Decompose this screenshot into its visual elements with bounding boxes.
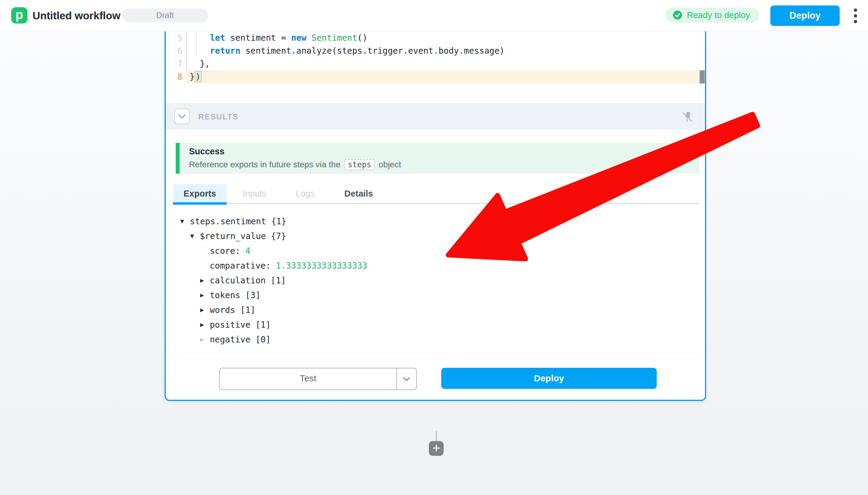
- tree-key: score:: [210, 243, 240, 258]
- tab-exports[interactable]: Exports: [173, 184, 227, 203]
- tree-collapse-icon[interactable]: ▼: [180, 214, 190, 229]
- success-banner: Success Reference exports in future step…: [176, 143, 699, 174]
- line-number: 6: [166, 44, 183, 57]
- active-tab-underline: [173, 202, 227, 205]
- tree-row[interactable]: ▶tokens [3]: [166, 288, 705, 303]
- chevron-down-icon: [178, 114, 186, 118]
- tab-inputs[interactable]: Inputs: [235, 184, 274, 203]
- test-options-button[interactable]: [396, 369, 416, 390]
- tree-value: 4: [240, 243, 250, 258]
- code-editor[interactable]: 5 let sentiment = new Sentiment()6 retur…: [166, 31, 705, 103]
- success-title: Success: [189, 147, 225, 156]
- top-navbar: p Untitled workflow Draft Ready to deplo…: [0, 0, 868, 31]
- tree-key: steps.sentiment {1}: [190, 214, 286, 229]
- draft-status-badge: Draft: [122, 8, 208, 22]
- deploy-button[interactable]: Deploy: [770, 5, 840, 26]
- tab-logs[interactable]: Logs: [286, 184, 324, 203]
- steps-object-chip: steps: [344, 159, 375, 170]
- check-circle-icon: [673, 10, 682, 20]
- tree-expand-icon[interactable]: ▶: [200, 303, 210, 318]
- tree-row: score: 4: [166, 243, 705, 258]
- editor-scrollbar-thumb[interactable]: [699, 70, 705, 84]
- tree-key: comparative:: [210, 258, 271, 273]
- code-text: }): [190, 70, 201, 83]
- tree-expand-icon[interactable]: ▶: [200, 332, 210, 347]
- deploy-step-button[interactable]: Deploy: [441, 368, 657, 389]
- workflow-canvas: 5 let sentiment = new Sentiment()6 retur…: [0, 31, 868, 495]
- tree-spacer: [200, 243, 210, 258]
- success-banner-accent: [176, 143, 180, 174]
- tree-row[interactable]: ▶calculation [1]: [166, 273, 705, 288]
- pin-slash-icon[interactable]: [681, 110, 694, 123]
- workflow-title[interactable]: Untitled workflow: [33, 0, 121, 31]
- results-label: RESULTS: [198, 104, 238, 130]
- exports-tree: ▼steps.sentiment {1}▼$return_value {7}sc…: [166, 214, 705, 347]
- tree-spacer: [200, 258, 210, 273]
- success-desc-suffix: object: [379, 160, 401, 169]
- success-description: Reference exports in future steps via th…: [189, 159, 401, 170]
- tab-details[interactable]: Details: [337, 184, 380, 203]
- code-line[interactable]: 6 return sentiment.analyze(steps.trigger…: [166, 44, 705, 57]
- tree-key: positive [1]: [210, 318, 271, 332]
- code-text: },: [190, 57, 210, 70]
- code-line[interactable]: 7 },: [166, 57, 705, 70]
- results-header-bar: RESULTS: [166, 104, 705, 130]
- ready-to-deploy-label: Ready to deploy: [687, 10, 750, 20]
- tree-key: tokens [3]: [210, 288, 261, 303]
- collapse-results-button[interactable]: [174, 108, 190, 124]
- tree-key: words [1]: [210, 303, 256, 318]
- tree-key: calculation [1]: [210, 273, 286, 288]
- active-line-highlight: [186, 70, 698, 83]
- tree-expand-icon[interactable]: ▶: [200, 318, 210, 332]
- test-button-label: Test: [220, 369, 396, 390]
- code-line[interactable]: 8}): [166, 70, 705, 83]
- line-number: 8: [166, 70, 183, 83]
- line-number: 7: [166, 57, 183, 70]
- chevron-down-icon: [403, 377, 410, 381]
- editor-scrollbar-track: [698, 31, 698, 103]
- code-line[interactable]: 5 let sentiment = new Sentiment(): [166, 31, 705, 44]
- tree-row[interactable]: ▼steps.sentiment {1}: [166, 214, 705, 229]
- tree-row: comparative: 1.3333333333333333: [166, 258, 705, 273]
- success-desc-prefix: Reference exports in future steps via th…: [189, 160, 341, 169]
- tree-value: 1.3333333333333333: [271, 258, 367, 273]
- ready-to-deploy-badge: Ready to deploy: [665, 7, 759, 23]
- code-text: return sentiment.analyze(steps.trigger.e…: [190, 44, 505, 57]
- test-button[interactable]: Test: [219, 368, 417, 390]
- pipedream-logo-icon[interactable]: p: [11, 7, 28, 23]
- tree-expand-icon[interactable]: ▶: [200, 288, 210, 303]
- tree-row[interactable]: ▶words [1]: [166, 303, 705, 318]
- code-step-panel: 5 let sentiment = new Sentiment()6 retur…: [164, 31, 706, 401]
- footer-divider: [166, 359, 705, 359]
- app-root: p Untitled workflow Draft Ready to deplo…: [0, 0, 868, 495]
- tree-expand-icon[interactable]: ▶: [200, 273, 210, 288]
- tab-track-line: [173, 203, 699, 204]
- kebab-menu-icon[interactable]: [849, 5, 861, 26]
- results-tabs: ExportsInputsLogsDetails: [166, 184, 705, 205]
- tree-row[interactable]: ▶negative [0]: [166, 332, 705, 347]
- tree-key: $return_value {7}: [200, 229, 286, 243]
- add-step-button[interactable]: +: [429, 441, 444, 456]
- line-number: 5: [166, 31, 183, 44]
- tree-row[interactable]: ▼$return_value {7}: [166, 229, 705, 243]
- tree-collapse-icon[interactable]: ▼: [190, 229, 200, 243]
- code-text: let sentiment = new Sentiment(): [190, 31, 367, 44]
- tree-row[interactable]: ▶positive [1]: [166, 318, 705, 332]
- tree-key: negative [0]: [210, 332, 271, 347]
